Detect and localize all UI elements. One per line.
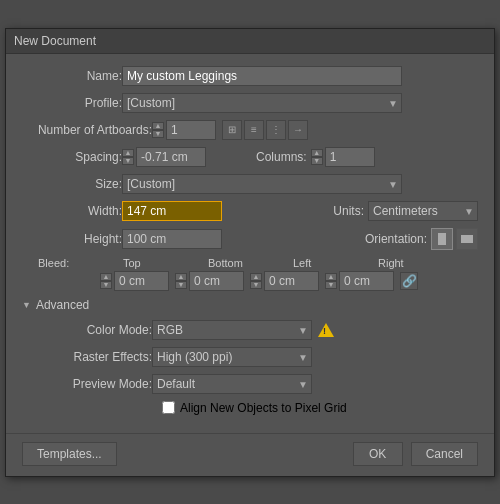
artboards-up-btn[interactable]: ▲: [152, 122, 164, 130]
artboard-arrow-btn[interactable]: →: [288, 120, 308, 140]
footer-right-buttons: OK Cancel: [353, 442, 478, 466]
name-input[interactable]: [122, 66, 402, 86]
columns-input[interactable]: [325, 147, 375, 167]
align-pixel-row: Align New Objects to Pixel Grid: [162, 401, 478, 415]
templates-button[interactable]: Templates...: [22, 442, 117, 466]
color-mode-row: Color Mode: RGB CMYK ▼ !: [22, 320, 478, 340]
color-mode-select[interactable]: RGB CMYK: [152, 320, 312, 340]
artboard-grid-btn[interactable]: ⊞: [222, 120, 242, 140]
bleed-left-spinner: ▲▼: [250, 271, 319, 291]
width-input[interactable]: [122, 201, 222, 221]
profile-label: Profile:: [22, 96, 122, 110]
spacing-spinner-btns: ▲ ▼: [122, 149, 134, 165]
bleed-left-col-label: Left: [293, 257, 378, 269]
color-mode-select-wrapper: RGB CMYK ▼: [152, 320, 312, 340]
raster-label: Raster Effects:: [22, 350, 152, 364]
bleed-right-down[interactable]: ▼: [325, 281, 337, 289]
width-row: Width: Units: Centimeters Pixels Inches …: [22, 201, 478, 221]
bleed-left-input[interactable]: [264, 271, 319, 291]
bleed-column-labels: Bleed: Top Bottom Left Right: [38, 257, 478, 269]
new-document-dialog: New Document Name: Profile: [Custom] ▼ N…: [5, 28, 495, 477]
spacing-up-btn[interactable]: ▲: [122, 149, 134, 157]
spacing-row: Spacing: ▲ ▼ Columns: ▲ ▼: [22, 147, 478, 167]
advanced-label: Advanced: [36, 298, 89, 312]
profile-row: Profile: [Custom] ▼: [22, 93, 478, 113]
width-label: Width:: [22, 204, 122, 218]
raster-row: Raster Effects: High (300 ppi) Medium (1…: [22, 347, 478, 367]
bleed-right-col-label: Right: [378, 257, 463, 269]
spacing-input[interactable]: [136, 147, 206, 167]
artboards-input[interactable]: [166, 120, 216, 140]
bleed-bottom-up[interactable]: ▲: [175, 273, 187, 281]
artboards-spinner-btns: ▲ ▼: [152, 122, 164, 138]
advanced-toggle[interactable]: ▼ Advanced: [22, 298, 478, 312]
columns-spinner-btns: ▲ ▼: [311, 149, 323, 165]
artboard-layout-icons: ⊞ ≡ ⋮ →: [222, 120, 308, 140]
height-row: Height: Orientation:: [22, 228, 478, 250]
ok-button[interactable]: OK: [353, 442, 403, 466]
orientation-label: Orientation:: [365, 232, 427, 246]
bleed-top-down[interactable]: ▼: [100, 281, 112, 289]
name-row: Name:: [22, 66, 478, 86]
dialog-footer: Templates... OK Cancel: [6, 433, 494, 476]
columns-down-btn[interactable]: ▼: [311, 157, 323, 165]
cancel-button[interactable]: Cancel: [411, 442, 478, 466]
bleed-bottom-down[interactable]: ▼: [175, 281, 187, 289]
units-select[interactable]: Centimeters Pixels Inches Millimeters: [368, 201, 478, 221]
artboards-down-btn[interactable]: ▼: [152, 130, 164, 138]
advanced-section: ▼ Advanced Color Mode: RGB CMYK ▼ !: [22, 298, 478, 415]
preview-row: Preview Mode: Default Pixel Overprint ▼: [22, 374, 478, 394]
artboards-label: Number of Artboards:: [22, 123, 152, 137]
orientation-buttons: [431, 228, 478, 250]
height-input[interactable]: [122, 229, 222, 249]
profile-select[interactable]: [Custom]: [122, 93, 402, 113]
align-pixel-checkbox[interactable]: [162, 401, 175, 414]
bleed-right-up[interactable]: ▲: [325, 273, 337, 281]
bleed-top-spinner: ▲▼: [100, 271, 169, 291]
bleed-bottom-col-label: Bottom: [208, 257, 293, 269]
dialog-title: New Document: [14, 34, 96, 48]
bleed-top-up[interactable]: ▲: [100, 273, 112, 281]
artboard-row-btn[interactable]: ≡: [244, 120, 264, 140]
size-select[interactable]: [Custom]: [122, 174, 402, 194]
artboard-col-btn[interactable]: ⋮: [266, 120, 286, 140]
preview-select[interactable]: Default Pixel Overprint: [152, 374, 312, 394]
bleed-left-down[interactable]: ▼: [250, 281, 262, 289]
align-pixel-label: Align New Objects to Pixel Grid: [180, 401, 347, 415]
raster-select[interactable]: High (300 ppi) Medium (150 ppi) Screen (…: [152, 347, 312, 367]
advanced-triangle-icon: ▼: [22, 300, 31, 310]
artboards-spinner: ▲ ▼: [152, 120, 216, 140]
bleed-top-input[interactable]: [114, 271, 169, 291]
spacing-label: Spacing:: [22, 150, 122, 164]
color-mode-label: Color Mode:: [22, 323, 152, 337]
columns-label: Columns:: [256, 150, 307, 164]
raster-select-wrapper: High (300 ppi) Medium (150 ppi) Screen (…: [152, 347, 312, 367]
preview-label: Preview Mode:: [22, 377, 152, 391]
bleed-top-col-label: Top: [123, 257, 208, 269]
bleed-bottom-spinner: ▲▼: [175, 271, 244, 291]
bleed-left-up[interactable]: ▲: [250, 273, 262, 281]
size-label: Size:: [22, 177, 122, 191]
bleed-label: Bleed:: [38, 257, 123, 269]
bleed-right-input[interactable]: [339, 271, 394, 291]
profile-select-wrapper: [Custom] ▼: [122, 93, 402, 113]
name-label: Name:: [22, 69, 122, 83]
columns-spinner: ▲ ▼: [311, 147, 375, 167]
spacing-down-btn[interactable]: ▼: [122, 157, 134, 165]
warning-icon: !: [318, 322, 334, 338]
height-label: Height:: [22, 232, 122, 246]
bleed-link-icon[interactable]: 🔗: [400, 272, 418, 290]
spacing-spinner: ▲ ▼: [122, 147, 206, 167]
orientation-portrait-btn[interactable]: [431, 228, 453, 250]
units-select-wrapper: Centimeters Pixels Inches Millimeters ▼: [368, 201, 478, 221]
landscape-icon: [461, 235, 473, 243]
artboards-row: Number of Artboards: ▲ ▼ ⊞ ≡ ⋮ →: [22, 120, 478, 140]
orientation-landscape-btn[interactable]: [456, 228, 478, 250]
units-label: Units:: [333, 204, 364, 218]
size-row: Size: [Custom] ▼: [22, 174, 478, 194]
bleed-bottom-input[interactable]: [189, 271, 244, 291]
bleed-section: Bleed: Top Bottom Left Right ▲▼ ▲▼ ▲▼: [22, 257, 478, 291]
columns-up-btn[interactable]: ▲: [311, 149, 323, 157]
dialog-title-bar: New Document: [6, 29, 494, 54]
bleed-inputs: ▲▼ ▲▼ ▲▼ ▲▼ 🔗: [100, 271, 478, 291]
